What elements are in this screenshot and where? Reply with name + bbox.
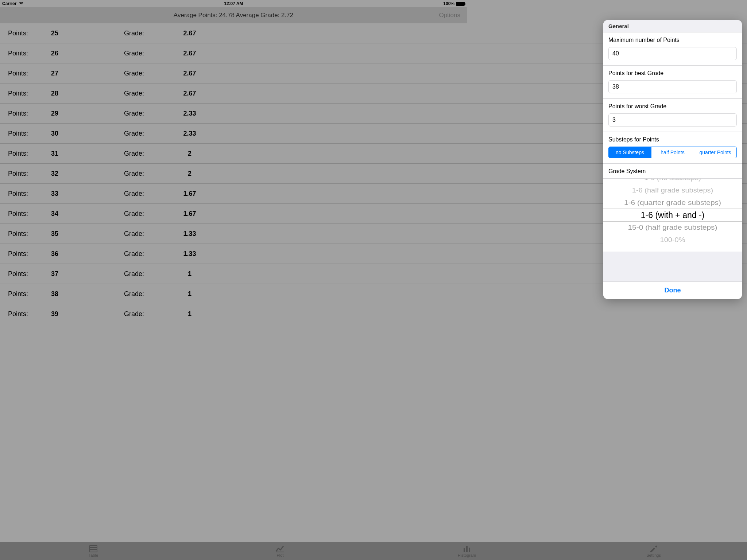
points-value: 30 — [51, 130, 124, 137]
points-value: 33 — [51, 190, 124, 198]
wifi-icon — [19, 1, 24, 6]
grade-value: 2 — [175, 170, 204, 178]
points-value: 27 — [51, 70, 124, 77]
grade-value: 1 — [175, 290, 204, 298]
table-row: Points:36Grade:1.33 — [0, 244, 467, 264]
grade-value: 2.67 — [175, 50, 204, 57]
battery-icon — [456, 2, 465, 6]
points-label: Points: — [0, 210, 51, 218]
grade-value: 1 — [175, 310, 204, 318]
points-label: Points: — [0, 110, 51, 117]
table-row: Points:31Grade:2 — [0, 144, 467, 164]
points-label: Points: — [0, 90, 51, 97]
grade-label: Grade: — [124, 130, 175, 137]
grade-label: Grade: — [124, 230, 175, 238]
grade-label: Grade: — [124, 70, 175, 77]
points-label: Points: — [0, 130, 51, 137]
table-row: Points:26Grade:2.67 — [0, 43, 467, 63]
battery-percent: 100% — [443, 1, 454, 6]
table-row: Points:34Grade:1.67 — [0, 204, 467, 224]
grade-label: Grade: — [124, 270, 175, 278]
points-value: 31 — [51, 150, 124, 158]
table-row: Points:33Grade:1.67 — [0, 184, 467, 204]
grade-value: 1.33 — [175, 230, 204, 238]
status-time: 12:07 AM — [224, 1, 243, 6]
grade-value: 2.33 — [175, 110, 204, 117]
points-label: Points: — [0, 310, 51, 318]
points-value: 39 — [51, 310, 124, 318]
table-row: Points:28Grade:2.67 — [0, 83, 467, 104]
points-value: 28 — [51, 90, 124, 97]
options-button[interactable]: Options — [439, 12, 460, 19]
points-label: Points: — [0, 190, 51, 198]
grade-label: Grade: — [124, 310, 175, 318]
table-row: Points:35Grade:1.33 — [0, 224, 467, 244]
grade-label: Grade: — [124, 170, 175, 178]
points-value: 26 — [51, 50, 124, 57]
grade-label: Grade: — [124, 290, 175, 298]
table-row: Points:27Grade:2.67 — [0, 63, 467, 83]
table-row: Points:37Grade:1 — [0, 264, 467, 284]
points-value: 35 — [51, 230, 124, 238]
points-value: 25 — [51, 30, 124, 37]
points-label: Points: — [0, 50, 51, 57]
points-value: 38 — [51, 290, 124, 298]
nav-header: Average Points: 24.78 Average Grade: 2.7… — [0, 7, 467, 23]
grade-label: Grade: — [124, 190, 175, 198]
header-title: Average Points: 24.78 Average Grade: 2.7… — [174, 12, 293, 19]
table-row: Points:38Grade:1 — [0, 284, 467, 304]
grade-value: 2.67 — [175, 90, 204, 97]
grade-value: 1.33 — [175, 250, 204, 258]
points-value: 29 — [51, 110, 124, 117]
grade-label: Grade: — [124, 150, 175, 158]
points-label: Points: — [0, 170, 51, 178]
points-label: Points: — [0, 270, 51, 278]
table-row: Points:29Grade:2.33 — [0, 104, 467, 124]
points-label: Points: — [0, 70, 51, 77]
points-value: 32 — [51, 170, 124, 178]
points-label: Points: — [0, 290, 51, 298]
grade-value: 1.67 — [175, 210, 204, 218]
grade-label: Grade: — [124, 50, 175, 57]
grade-value: 2.67 — [175, 70, 204, 77]
grade-value: 1 — [175, 270, 204, 278]
grade-value: 2 — [175, 150, 204, 158]
grade-label: Grade: — [124, 250, 175, 258]
points-value: 34 — [51, 210, 124, 218]
grade-value: 2.67 — [175, 30, 204, 37]
grade-value: 2.33 — [175, 130, 204, 137]
points-label: Points: — [0, 230, 51, 238]
table-row: Points:30Grade:2.33 — [0, 124, 467, 144]
points-label: Points: — [0, 30, 51, 37]
status-bar: Carrier 12:07 AM 100% — [0, 0, 467, 7]
points-value: 36 — [51, 250, 124, 258]
grade-label: Grade: — [124, 110, 175, 117]
table-row: Points:32Grade:2 — [0, 164, 467, 184]
table-row: Points:39Grade:1 — [0, 304, 467, 324]
grade-label: Grade: — [124, 210, 175, 218]
grade-value: 1.67 — [175, 190, 204, 198]
points-value: 37 — [51, 270, 124, 278]
points-label: Points: — [0, 150, 51, 158]
points-label: Points: — [0, 250, 51, 258]
grade-label: Grade: — [124, 90, 175, 97]
grade-label: Grade: — [124, 30, 175, 37]
table-row: Points:25Grade:2.67 — [0, 23, 467, 43]
carrier-label: Carrier — [2, 1, 16, 6]
grade-table: Points:25Grade:2.67Points:26Grade:2.67Po… — [0, 23, 467, 350]
